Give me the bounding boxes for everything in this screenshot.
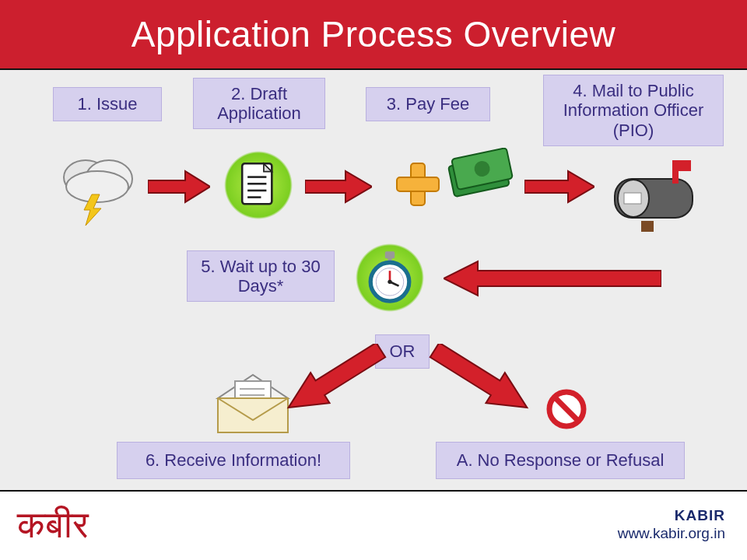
- svg-marker-38: [444, 261, 661, 296]
- arrow-or-right: [426, 344, 535, 414]
- svg-rect-18: [672, 160, 691, 171]
- mailbox-icon: [607, 156, 708, 233]
- step-4-box: 4. Mail to Public Information Officer (P…: [543, 75, 724, 146]
- no-entry-icon: [545, 387, 588, 431]
- step-1-box: 1. Issue: [53, 87, 162, 121]
- footer: कबीर KABIR www.kabir.org.in: [0, 490, 747, 560]
- arrow-4-5: [444, 260, 661, 297]
- svg-rect-20: [624, 193, 641, 204]
- svg-marker-35: [148, 171, 210, 202]
- footer-logo: कबीर: [17, 506, 89, 544]
- footer-brand: KABIR: [618, 507, 725, 525]
- step-5-box: 5. Wait up to 30 Days*: [187, 250, 335, 302]
- svg-marker-37: [524, 171, 594, 202]
- page-title: Application Process Overview: [132, 13, 615, 55]
- svg-marker-36: [305, 171, 372, 202]
- title-bar: Application Process Overview: [0, 0, 747, 70]
- svg-marker-39: [280, 344, 389, 414]
- fee-icon: [389, 148, 514, 226]
- diagram-canvas: 1. Issue 2. Draft Application 3. Pay Fee…: [0, 70, 747, 490]
- storm-cloud-icon: [54, 148, 140, 226]
- step-A-box: A. No Response or Refusal: [436, 442, 685, 479]
- footer-url: www.kabir.org.in: [618, 525, 725, 543]
- arrow-1-2: [148, 170, 210, 204]
- step-2-box: 2. Draft Application: [193, 78, 325, 129]
- svg-rect-32: [218, 398, 288, 432]
- arrow-2-3: [305, 170, 372, 204]
- svg-rect-11: [397, 177, 439, 191]
- stopwatch-icon: [347, 235, 433, 320]
- arrow-or-left: [280, 344, 389, 414]
- document-icon: [219, 146, 297, 224]
- svg-rect-19: [641, 221, 654, 232]
- footer-org: KABIR www.kabir.org.in: [618, 507, 725, 543]
- arrow-3-4: [524, 170, 594, 204]
- svg-marker-40: [426, 344, 535, 414]
- svg-point-27: [388, 280, 391, 284]
- svg-rect-21: [385, 251, 395, 258]
- step-6-box: 6. Receive Information!: [117, 442, 350, 479]
- step-3-box: 3. Pay Fee: [366, 87, 490, 121]
